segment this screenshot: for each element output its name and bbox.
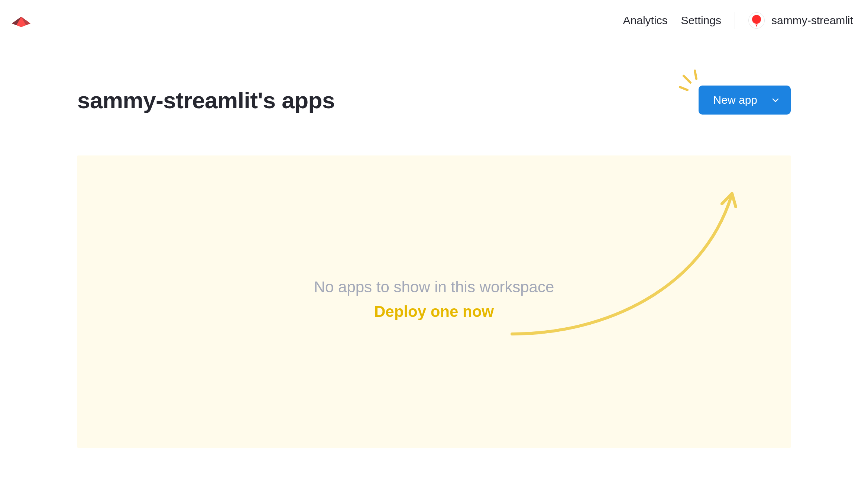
username-label: sammy-streamlit — [771, 14, 853, 27]
empty-state: No apps to show in this workspace Deploy… — [77, 155, 791, 448]
header-row: sammy-streamlit's apps New app — [77, 86, 791, 115]
new-app-wrap: New app — [699, 86, 791, 115]
empty-message: No apps to show in this workspace — [314, 278, 554, 296]
avatar — [748, 12, 765, 29]
top-nav: Analytics Settings sammy-streamlit — [623, 12, 853, 29]
deploy-link[interactable]: Deploy one now — [374, 303, 494, 321]
settings-link[interactable]: Settings — [681, 14, 721, 27]
new-app-button[interactable]: New app — [699, 86, 791, 115]
svg-line-0 — [680, 87, 687, 90]
chevron-down-icon — [772, 97, 779, 103]
nav-divider — [735, 12, 735, 29]
spark-icon — [676, 68, 702, 94]
new-app-label: New app — [713, 94, 757, 106]
main-container: sammy-streamlit's apps New app No apps t… — [77, 33, 791, 448]
svg-line-1 — [684, 76, 690, 83]
user-menu[interactable]: sammy-streamlit — [748, 12, 853, 29]
analytics-link[interactable]: Analytics — [623, 14, 668, 27]
balloon-icon — [752, 15, 761, 26]
arrow-illustration — [508, 185, 746, 341]
svg-line-2 — [695, 71, 696, 79]
page-title: sammy-streamlit's apps — [77, 87, 335, 113]
topbar: Analytics Settings sammy-streamlit — [0, 0, 868, 33]
streamlit-logo[interactable] — [11, 13, 32, 28]
